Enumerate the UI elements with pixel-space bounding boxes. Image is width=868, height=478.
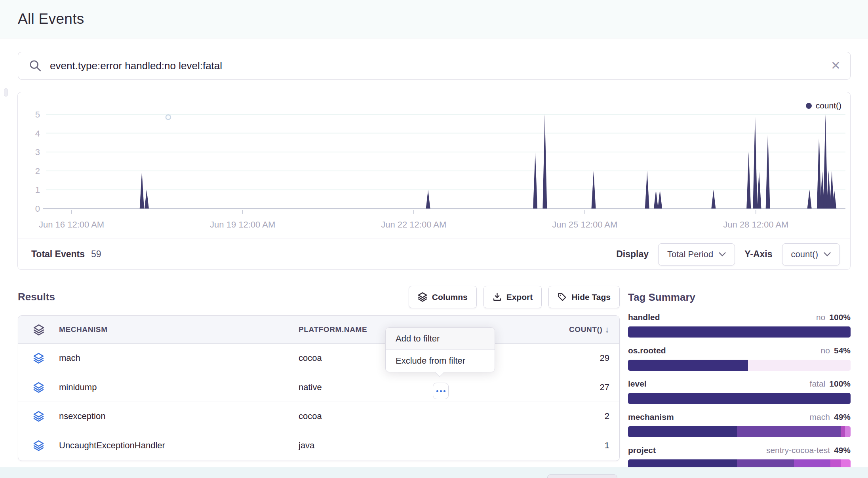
tag-distribution-bar[interactable] [628, 326, 851, 338]
export-button-label: Export [506, 292, 533, 302]
table-row[interactable]: minidump native 27 [18, 373, 619, 402]
cell-mechanism[interactable]: UncaughtExceptionHandler [59, 440, 299, 451]
cell-platform[interactable]: cocoa [299, 411, 540, 421]
data-spike [145, 190, 149, 209]
dot-icon [436, 390, 438, 392]
tag-percentage: 54% [834, 346, 851, 355]
x-axis-label: Jun 19 12:00 AM [210, 220, 275, 230]
data-spike [823, 114, 828, 209]
yaxis-label: Y-Axis [744, 249, 772, 260]
cell-count: 1 [540, 440, 619, 451]
count-header-label: COUNT() [569, 325, 602, 334]
cell-mechanism[interactable]: nsexception [59, 411, 299, 421]
column-header-mechanism[interactable]: MECHANISM [59, 325, 299, 334]
tag-name[interactable]: level [628, 379, 647, 389]
chevron-down-icon [824, 252, 831, 256]
pagination-button-partial[interactable] [547, 474, 617, 478]
hide-tags-button[interactable]: Hide Tags [548, 286, 620, 308]
cell-count: 29 [540, 353, 619, 363]
y-axis-label: 2 [35, 166, 40, 176]
menu-item-add-to-filter[interactable]: Add to filter [386, 328, 495, 350]
y-axis-label: 4 [35, 129, 40, 138]
yaxis-dropdown-value: count() [791, 249, 818, 260]
scroll-handle [4, 88, 8, 97]
all-events-page: All Events ✕ 012345Jun 16 12:00 AMJun 19… [0, 0, 868, 478]
cell-count: 2 [540, 411, 619, 421]
tag-name[interactable]: handled [628, 313, 660, 322]
legend-dot-icon [806, 103, 812, 109]
cell-platform[interactable]: native [299, 382, 540, 393]
layers-icon [33, 411, 44, 422]
sort-desc-icon: ↓ [605, 324, 609, 335]
tag-distribution-bar[interactable] [628, 426, 851, 437]
tag-distribution-bar[interactable] [628, 393, 851, 404]
table-header-row: MECHANISM PLATFORM.NAME COUNT() ↓ [18, 316, 619, 344]
x-axis-label: Jun 16 12:00 AM [39, 220, 104, 230]
yaxis-dropdown[interactable]: count() [782, 243, 840, 266]
layers-icon [33, 353, 44, 364]
y-axis-label: 3 [35, 147, 40, 157]
tag-bar-segment [841, 426, 845, 437]
x-axis-label: Jun 25 12:00 AM [552, 220, 617, 230]
page-header: All Events [0, 0, 868, 38]
tag-icon [558, 292, 567, 302]
tag-bar-segment [628, 326, 851, 338]
data-spike [533, 152, 537, 209]
search-bar[interactable]: ✕ [18, 52, 851, 80]
tag-top-value: no [816, 313, 825, 322]
stack-icon [418, 292, 427, 302]
tag-top-value: no [821, 346, 830, 355]
cell-platform[interactable]: java [299, 440, 540, 451]
tag-top-value: fatal [810, 379, 826, 389]
total-events-value: 59 [91, 249, 101, 260]
dot-icon [444, 390, 445, 392]
page-bottom-band [0, 467, 868, 478]
layers-icon [33, 440, 44, 451]
column-header-count[interactable]: COUNT() ↓ [540, 324, 619, 335]
tag-row-project: project sentry-cocoa-test 49% [628, 446, 851, 470]
table-row[interactable]: mach cocoa 29 [18, 344, 619, 373]
events-chart[interactable]: 012345Jun 16 12:00 AMJun 19 12:00 AMJun … [18, 92, 850, 239]
cell-count: 27 [540, 382, 619, 393]
data-spike [753, 114, 757, 209]
tag-name[interactable]: project [628, 446, 656, 455]
page-title: All Events [18, 11, 84, 27]
y-axis-label: 0 [35, 204, 40, 214]
hide-tags-button-label: Hide Tags [571, 292, 611, 302]
results-toolbar: Columns Export Hide Tags [18, 286, 620, 308]
search-input[interactable] [50, 60, 831, 72]
chevron-down-icon [719, 252, 726, 256]
tag-row-handled: handled no 100% [628, 313, 851, 338]
stack-column-icon[interactable] [18, 324, 59, 336]
tag-bar-segment [628, 360, 748, 371]
tag-distribution-bar[interactable] [628, 360, 851, 371]
stack-icon [33, 324, 44, 336]
tag-bar-segment [737, 426, 840, 437]
data-spike [658, 190, 662, 209]
events-chart-panel: 012345Jun 16 12:00 AMJun 19 12:00 AMJun … [17, 92, 851, 270]
cell-mechanism[interactable]: minidump [59, 382, 299, 393]
legend-label: count() [816, 101, 841, 110]
tag-top-value: mach [810, 412, 830, 422]
y-axis-label: 5 [35, 110, 40, 120]
dot-icon [440, 390, 442, 392]
close-icon[interactable]: ✕ [831, 60, 841, 72]
layers-icon [33, 382, 44, 393]
chart-marker [166, 115, 171, 120]
cell-actions-button[interactable] [433, 383, 449, 399]
table-row[interactable]: UncaughtExceptionHandler java 1 [18, 431, 619, 461]
columns-button[interactable]: Columns [409, 286, 477, 308]
tag-percentage: 49% [834, 412, 851, 422]
columns-button-label: Columns [432, 292, 468, 302]
tag-percentage: 49% [834, 446, 851, 455]
display-dropdown[interactable]: Total Period [658, 243, 735, 266]
cell-mechanism[interactable]: mach [59, 353, 299, 363]
tag-bar-segment [628, 426, 737, 437]
tag-name[interactable]: os.rooted [628, 346, 666, 355]
tag-name[interactable]: mechanism [628, 412, 674, 422]
tag-row-os-rooted: os.rooted no 54% [628, 346, 851, 371]
data-spike [542, 114, 547, 209]
table-row[interactable]: nsexception cocoa 2 [18, 402, 619, 431]
tag-percentage: 100% [829, 379, 851, 389]
export-button[interactable]: Export [483, 286, 542, 308]
